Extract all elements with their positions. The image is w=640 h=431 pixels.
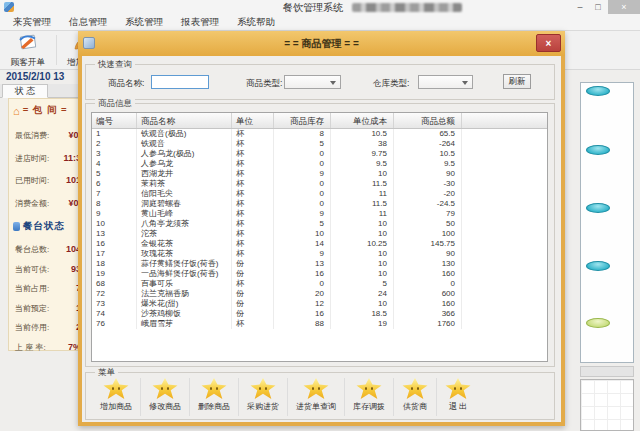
table-cell: -20: [394, 189, 462, 199]
column-header[interactable]: 单位成本: [331, 113, 394, 128]
table-cell: 8: [274, 129, 331, 139]
menu-action-button[interactable]: 采购进货: [238, 378, 287, 416]
table-cell: 72: [92, 289, 137, 299]
stat-row: 最低消费: ¥0.: [15, 130, 81, 141]
table-row[interactable]: 3人参乌龙(极品)杯09.7510.5: [92, 149, 547, 159]
menu-action-button[interactable]: 退 出: [436, 378, 479, 416]
table-row[interactable]: 4人参乌龙杯09.59.5: [92, 159, 547, 169]
table-cell: 八角亭龙须茶: [137, 219, 232, 229]
table-cell: 杯: [232, 239, 274, 249]
star-icon: [250, 378, 276, 400]
table-cell: -24.5: [394, 199, 462, 209]
table-row[interactable]: 74沙茶鸡柳饭份1618.5366: [92, 309, 547, 319]
table-cell: 100: [394, 229, 462, 239]
table-cell: 峨眉雪芽: [137, 319, 232, 329]
right-grid-panel: [580, 379, 634, 431]
table-cell: -264: [394, 139, 462, 149]
table-cell: 杯: [232, 229, 274, 239]
table-row[interactable]: 8洞庭碧螺春杯011.5-24.5: [92, 199, 547, 209]
table-row[interactable]: 13沱茶杯1010100: [92, 229, 547, 239]
table-cell: 74: [92, 309, 137, 319]
table-row[interactable]: 73爆米花(甜)份1210160: [92, 299, 547, 309]
table-row[interactable]: 6茉莉茶杯011.5-30: [92, 179, 547, 189]
table-row[interactable]: 10八角亭龙须茶杯51050: [92, 219, 547, 229]
table-cell: 9.5: [331, 159, 394, 169]
table-cell: 0: [274, 199, 331, 209]
menu-item[interactable]: 报表管理: [172, 14, 228, 30]
dialog-menu-buttons: 增加商品 修改商品 删除商品: [92, 378, 479, 416]
menu-item[interactable]: 系统帮助: [228, 14, 284, 30]
table-row[interactable]: 68百事可乐杯050: [92, 279, 547, 289]
menu-action-label: 修改商品: [149, 401, 181, 412]
refresh-button[interactable]: 刷新: [503, 74, 531, 89]
table-icon[interactable]: [586, 203, 610, 213]
dialog-titlebar[interactable]: = = 商品管理 = = ×: [78, 31, 565, 56]
table-cell: 16: [274, 309, 331, 319]
table-cell: 茉莉茶: [137, 179, 232, 189]
table-cell: 13: [92, 229, 137, 239]
menu-action-button[interactable]: 库存调拨: [344, 378, 393, 416]
table-cell: 份: [232, 289, 274, 299]
window-close-button[interactable]: ×: [608, 0, 640, 14]
menu-item[interactable]: 信息管理: [60, 14, 116, 30]
menu-item[interactable]: 来宾管理: [4, 14, 60, 30]
table-icon[interactable]: [586, 86, 610, 96]
table-cell: 爆米花(甜): [137, 299, 232, 309]
star-icon: [445, 378, 471, 400]
table-row[interactable]: 72法兰克福香肠份2024600: [92, 289, 547, 299]
menu-item[interactable]: 系统管理: [116, 14, 172, 30]
table-row[interactable]: 16金银花茶杯1410.25145.75: [92, 239, 547, 249]
warehouse-type-select[interactable]: [418, 75, 473, 89]
table-row[interactable]: 5西湖龙井杯91090: [92, 169, 547, 179]
menu-action-button[interactable]: 增加商品: [92, 378, 140, 416]
table-cell: 9: [274, 169, 331, 179]
product-type-select[interactable]: [284, 75, 341, 89]
menu-action-button[interactable]: 删除商品: [189, 378, 238, 416]
stat-row: 已用时间: 101: [15, 175, 81, 186]
table-row[interactable]: 7信阳毛尖杯011-20: [92, 189, 547, 199]
table-cell: 24: [331, 289, 394, 299]
table-icon[interactable]: [586, 261, 610, 271]
table-cell: 洞庭碧螺春: [137, 199, 232, 209]
product-type-label: 商品类型:: [246, 78, 282, 90]
table-cell: 杯: [232, 149, 274, 159]
dialog-close-button[interactable]: ×: [536, 34, 561, 52]
table-cell: 73: [92, 299, 137, 309]
table-cell: 65.5: [394, 129, 462, 139]
table-cell: 10: [331, 299, 394, 309]
table-cell: 百事可乐: [137, 279, 232, 289]
product-name-input[interactable]: [151, 75, 209, 89]
table-cell: 2: [92, 139, 137, 149]
column-header[interactable]: 商品库存: [274, 113, 331, 128]
table-row[interactable]: 2铁观音杯538-264: [92, 139, 547, 149]
table-row[interactable]: 9黄山毛峰杯91179: [92, 209, 547, 219]
table-icon[interactable]: [586, 145, 610, 155]
right-divider-strip: [580, 366, 634, 377]
table-cell: 西湖龙井: [137, 169, 232, 179]
menu-action-button[interactable]: 修改商品: [140, 378, 189, 416]
stat-row: 当前占用: 7: [15, 283, 81, 294]
table-row[interactable]: 18蒜仔黄鳝煲仔饭(荷香)份1310130: [92, 259, 547, 269]
tab-status[interactable]: 状 态: [2, 84, 48, 98]
table-icon[interactable]: [586, 318, 610, 328]
minimize-button[interactable]: –: [572, 0, 588, 14]
maximize-button[interactable]: □: [590, 0, 606, 14]
column-header[interactable]: 单位: [232, 113, 274, 128]
table-row[interactable]: 1铁观音(极品)杯810.565.5: [92, 129, 547, 139]
column-header[interactable]: 编号: [92, 113, 137, 128]
stat-row: 餐台总数: 104: [15, 244, 81, 255]
column-header[interactable]: 商品总额: [394, 113, 462, 128]
menu-action-button[interactable]: 供货商: [393, 378, 436, 416]
stat-label: 当前停用:: [15, 322, 49, 333]
table-cell: 10: [331, 169, 394, 179]
table-row[interactable]: 17玫瑰花茶杯91090: [92, 249, 547, 259]
table-row[interactable]: 19一品海鲜煲仔饭(荷香)份1610160: [92, 269, 547, 279]
toolbar-button-open-order[interactable]: 顾客开单: [2, 33, 54, 69]
stat-label: 最低消费:: [15, 130, 49, 141]
column-header[interactable]: 商品名称: [137, 113, 232, 128]
table-cell: 9: [274, 209, 331, 219]
table-row[interactable]: 76峨眉雪芽杯88191760: [92, 319, 547, 329]
menu-action-button[interactable]: 进货单查询: [287, 378, 344, 416]
table-cell: 366: [394, 309, 462, 319]
table-cell: 铁观音: [137, 139, 232, 149]
